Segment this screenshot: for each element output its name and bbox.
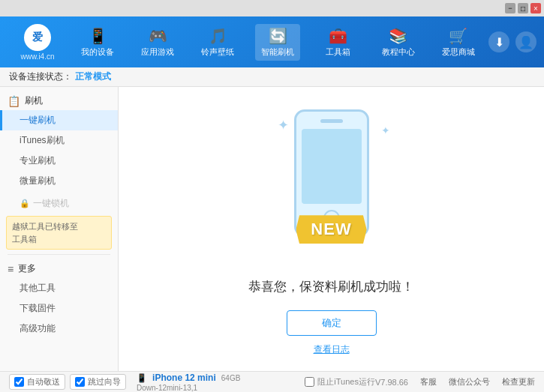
nav-tutorial-label: 教程中心	[382, 46, 415, 58]
auto-push-label: 自动敬送	[27, 376, 60, 388]
customer-service-link[interactable]: 客服	[420, 376, 437, 388]
device-icon: 📱	[137, 373, 147, 382]
nav-app-game-label: 应用游戏	[141, 46, 174, 58]
sidebar-section-more: ≡ 更多 其他工具 下载固件 高级功能	[0, 259, 118, 339]
checkbox-skip-wizard[interactable]: 跳过向导	[70, 374, 126, 390]
success-illustration: ✦ NEW ✦	[257, 102, 407, 266]
advanced-label: 高级功能	[20, 322, 56, 335]
close-button[interactable]: ×	[530, 3, 541, 13]
my-device-icon: 📱	[89, 27, 107, 45]
nav-mall-label: 爱思商城	[442, 46, 475, 58]
unlock-label: 一键锁机	[33, 197, 69, 210]
sidebar-item-itunes-flash[interactable]: iTunes刷机	[0, 130, 118, 151]
header: 爱 www.i4.cn 📱 我的设备 🎮 应用游戏 🎵 铃声壁纸 🔄 智能刷机 …	[0, 16, 544, 67]
auto-push-checkbox[interactable]	[14, 377, 24, 387]
sparkle-right-icon: ✦	[381, 124, 390, 136]
pro-flash-label: 专业刷机	[20, 154, 56, 167]
title-bar: － □ ×	[0, 0, 544, 16]
sidebar: 📋 刷机 一键刷机 iTunes刷机 专业刷机 微量刷机 🔒 一键锁机 越狱工具…	[0, 87, 119, 371]
nav-my-device[interactable]: 📱 我的设备	[75, 24, 120, 61]
success-message: 恭喜您，保资料刷机成功啦！	[248, 278, 414, 295]
sparkle-left-icon: ✦	[278, 117, 289, 133]
itunes-label: 阻止iTunes运行	[317, 376, 375, 388]
nav-ringtone-label: 铃声壁纸	[201, 46, 234, 58]
micro-flash-label: 微量刷机	[20, 175, 56, 187]
more-section-icon: ≡	[8, 263, 14, 275]
nav-toolbox[interactable]: 🧰 工具箱	[316, 24, 361, 61]
other-tools-label: 其他工具	[20, 282, 56, 295]
maximize-button[interactable]: □	[518, 3, 528, 13]
sidebar-item-advanced[interactable]: 高级功能	[0, 319, 118, 339]
skip-wizard-label: 跳过向导	[88, 376, 121, 388]
logo-sub: www.i4.cn	[20, 52, 54, 61]
note-text: 越狱工具已转移至工具箱	[12, 222, 78, 244]
device-info: 📱 iPhone 12 mini 64GB Down-12mini-13,1	[137, 373, 240, 392]
phone-screen	[302, 129, 362, 204]
sidebar-item-pro-flash[interactable]: 专业刷机	[0, 151, 118, 171]
nav-app-game[interactable]: 🎮 应用游戏	[135, 24, 180, 61]
minimize-button[interactable]: －	[505, 3, 515, 13]
status-bar: 设备连接状态： 正常模式	[0, 67, 544, 87]
confirm-button[interactable]: 确定	[287, 310, 377, 336]
one-click-flash-label: 一键刷机	[20, 114, 56, 127]
nav-smart-flash[interactable]: 🔄 智能刷机	[255, 24, 300, 61]
version-text: V7.98.66	[375, 378, 408, 387]
nav-items: 📱 我的设备 🎮 应用游戏 🎵 铃声壁纸 🔄 智能刷机 🧰 工具箱 📚 教程中心…	[68, 24, 488, 61]
nav-toolbox-label: 工具箱	[326, 46, 350, 58]
lock-icon: 🔒	[20, 199, 30, 208]
nav-smart-flash-label: 智能刷机	[261, 46, 294, 58]
content-area: ✦ NEW ✦ 恭喜您，保资料刷机成功啦！ 确定 查看日志	[119, 87, 544, 371]
smart-flash-icon: 🔄	[269, 27, 287, 45]
user-button[interactable]: 👤	[515, 31, 536, 52]
logo-area: 爱 www.i4.cn	[8, 24, 68, 61]
logo-icon: 爱	[24, 24, 51, 51]
flash-section-icon: 📋	[8, 95, 20, 107]
sidebar-note: 越狱工具已转移至工具箱	[6, 216, 112, 250]
device-storage: 64GB	[221, 374, 241, 382]
flash-section-label: 刷机	[25, 94, 43, 107]
nav-tutorial[interactable]: 📚 教程中心	[376, 24, 421, 61]
nav-my-device-label: 我的设备	[81, 46, 114, 58]
footer: 自动敬送 跳过向导 📱 iPhone 12 mini 64GB Down-12m…	[0, 371, 544, 392]
app-game-icon: 🎮	[149, 27, 167, 45]
main: 📋 刷机 一键刷机 iTunes刷机 专业刷机 微量刷机 🔒 一键锁机 越狱工具…	[0, 87, 544, 371]
tutorial-icon: 📚	[389, 27, 407, 45]
footer-left: 自动敬送 跳过向导 📱 iPhone 12 mini 64GB Down-12m…	[9, 373, 305, 392]
mall-icon: 🛒	[449, 27, 467, 45]
itunes-flash-label: iTunes刷机	[20, 134, 65, 147]
sidebar-divider	[8, 254, 110, 255]
sidebar-item-other-tools[interactable]: 其他工具	[0, 278, 118, 298]
status-value: 正常模式	[75, 70, 111, 83]
sidebar-section-more-header: ≡ 更多	[0, 259, 118, 278]
skip-wizard-checkbox[interactable]	[75, 377, 85, 387]
check-update-link[interactable]: 检查更新	[502, 376, 535, 388]
nav-right: ⬇ 👤	[488, 31, 536, 52]
nav-ringtone[interactable]: 🎵 铃声壁纸	[195, 24, 240, 61]
sidebar-section-flash-header: 📋 刷机	[0, 91, 118, 110]
itunes-checkbox[interactable]	[305, 377, 314, 387]
new-badge: NEW	[296, 215, 366, 244]
sidebar-item-one-click-flash[interactable]: 一键刷机	[0, 110, 118, 130]
itunes-control: 阻止iTunes运行	[305, 376, 375, 388]
ringtone-icon: 🎵	[209, 27, 227, 45]
daily-link[interactable]: 查看日志	[314, 343, 350, 356]
sidebar-section-flash: 📋 刷机 一键刷机 iTunes刷机 专业刷机 微量刷机	[0, 91, 118, 191]
nav-mall[interactable]: 🛒 爱思商城	[436, 24, 481, 61]
footer-right: V7.98.66 客服 微信公众号 检查更新	[375, 376, 535, 388]
download-firmware-label: 下载固件	[20, 302, 56, 315]
checkbox-auto-push[interactable]: 自动敬送	[9, 374, 65, 390]
device-model: Down-12mini-13,1	[137, 384, 197, 392]
download-button[interactable]: ⬇	[488, 31, 509, 52]
sidebar-item-micro-flash[interactable]: 微量刷机	[0, 171, 118, 191]
toolbox-icon: 🧰	[329, 27, 347, 45]
more-section-label: 更多	[18, 262, 36, 275]
phone-speaker	[320, 119, 343, 123]
device-name: iPhone 12 mini	[152, 373, 216, 383]
status-label: 设备连接状态：	[9, 70, 72, 83]
sidebar-disabled-unlock: 🔒 一键锁机	[0, 194, 118, 213]
wechat-public-link[interactable]: 微信公众号	[449, 376, 490, 388]
sidebar-item-download-firmware[interactable]: 下载固件	[0, 298, 118, 319]
